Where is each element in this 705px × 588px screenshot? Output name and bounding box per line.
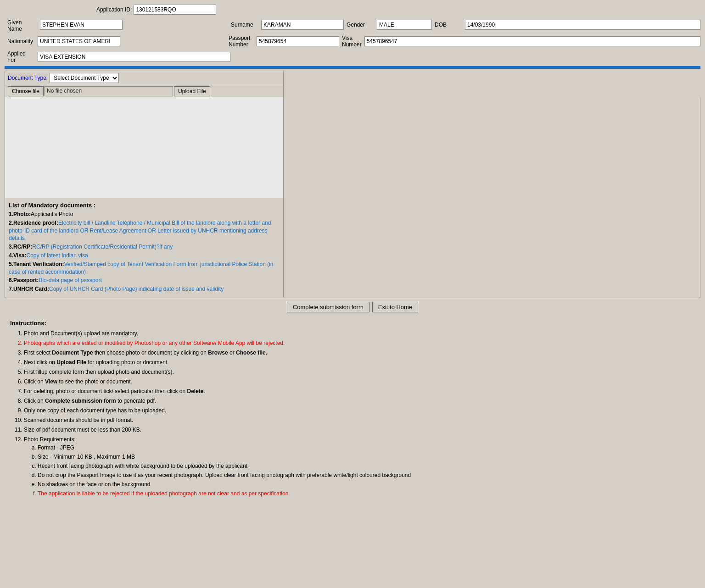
visa-number-label: Visa xyxy=(342,35,352,41)
instructions-heading: Instructions: xyxy=(10,320,695,327)
m4-name: Visa: xyxy=(13,252,26,259)
passport-number-input[interactable] xyxy=(257,36,339,46)
nationality-input[interactable] xyxy=(38,36,120,46)
complete-submission-button[interactable]: Complete submission form xyxy=(287,302,369,312)
mandatory-item-7: 7.UNHCR Card:Copy of UNHCR Card (Photo P… xyxy=(9,285,280,293)
instruction-1: Photo and Document(s) upload are mandato… xyxy=(24,329,695,338)
instruction-2: Photographs which are edited or modified… xyxy=(24,339,695,347)
doc-type-label: Document Type: xyxy=(8,75,48,81)
visa-number-label2: Number xyxy=(342,41,362,48)
given-name-label: Given Name xyxy=(7,17,37,32)
top-form: Application ID: Given Name Surname Gende… xyxy=(5,5,700,63)
mandatory-list-heading: List of Mandatory documents : xyxy=(9,202,280,209)
m2-name: Residence proof: xyxy=(13,220,58,226)
app-id-input[interactable] xyxy=(134,5,216,15)
instruction-6: Click on View to see the photo or docume… xyxy=(24,377,695,386)
photo-req-b: Size - Minimum 10 KB , Maximum 1 MB xyxy=(38,453,695,461)
photo-req-a: Format - JPEG xyxy=(38,444,695,452)
blue-separator xyxy=(5,66,700,69)
dob-input[interactable] xyxy=(465,20,700,30)
photo-req-c: Recent front facing photograph with whit… xyxy=(38,462,695,470)
main-container: Application ID: Given Name Surname Gende… xyxy=(0,0,705,507)
applied-for-label1: Applied xyxy=(7,50,35,57)
photo-req-e: No shadows on the face or on the backgro… xyxy=(38,480,695,488)
choose-file-button[interactable]: Choose file xyxy=(8,86,44,96)
dob-label: DOB xyxy=(435,22,462,28)
m7-detail: Copy of UNHCR Card (Photo Page) indicati… xyxy=(49,286,224,292)
app-id-row: Application ID: xyxy=(5,5,700,15)
mandatory-item-1: 1.Photo:Applicant's Photo xyxy=(9,211,280,218)
app-id-label: Application ID: xyxy=(96,6,132,13)
m6-name: Passport: xyxy=(13,277,39,283)
instruction-9: Only one copy of each document type has … xyxy=(24,406,695,415)
doc-type-select[interactable]: Select Document Type Photo Residence Pro… xyxy=(50,73,119,83)
m3-detail: RC/RP (Registration Certificate/Resident… xyxy=(32,244,173,250)
instruction-11: Size of pdf document must be less than 2… xyxy=(24,426,695,434)
mandatory-item-2: 2.Residence proof:Electricity bill / Lan… xyxy=(9,219,280,242)
gender-label: Gender xyxy=(347,22,374,28)
m6-detail: Bio-data page of passport xyxy=(39,277,101,283)
given-name-input[interactable] xyxy=(40,20,123,30)
instructions-list: Photo and Document(s) upload are mandato… xyxy=(10,329,695,498)
photo-req-d: Do not crop the Passport Image to use it… xyxy=(38,471,695,479)
instruction-5: First fillup complete form then upload p… xyxy=(24,368,695,376)
buttons-row: Complete submission form Exit to Home xyxy=(5,298,700,316)
upload-section: Document Type: Select Document Type Phot… xyxy=(5,71,284,97)
nationality-label: Nationality xyxy=(7,38,35,44)
mandatory-item-6: 6.Passport:Bio-data page of passport xyxy=(9,277,280,284)
photo-req-f: The application is liable to be rejected… xyxy=(38,489,695,498)
m7-name: UNHCR Card: xyxy=(13,286,49,292)
mandatory-item-3: 3.RC/RP:RC/RP (Registration Certificate/… xyxy=(9,243,280,251)
instruction-8: Click on Complete submission form to gen… xyxy=(24,397,695,405)
mandatory-item-5: 5.Tenant Verification:Verified/Stamped c… xyxy=(9,261,280,276)
exit-to-home-button[interactable]: Exit to Home xyxy=(372,302,418,312)
surname-input[interactable] xyxy=(261,20,344,30)
content-area: List of Mandatory documents : 1.Photo:Ap… xyxy=(5,97,700,298)
right-panel xyxy=(284,97,700,298)
m3-name: RC/RP: xyxy=(13,244,32,250)
m4-detail: Copy of latest Indian visa xyxy=(26,252,88,259)
instruction-3: First select Document Type then choose p… xyxy=(24,349,695,357)
file-row: Choose file No file chosen Upload File xyxy=(5,85,283,97)
document-preview-area xyxy=(5,97,283,198)
upload-file-button[interactable]: Upload File xyxy=(174,86,210,96)
gender-input[interactable] xyxy=(377,20,432,30)
m5-name: Tenant Verification: xyxy=(13,261,64,267)
instruction-4: Next click on Upload File for uploading … xyxy=(24,358,695,366)
instruction-10: Scanned documents should be in pdf forma… xyxy=(24,416,695,424)
photo-requirements-list: Format - JPEG Size - Minimum 10 KB , Max… xyxy=(24,444,695,498)
doc-type-row: Document Type: Select Document Type Phot… xyxy=(5,71,283,85)
instruction-7: For deleting, photo or document tick/ se… xyxy=(24,387,695,395)
file-name-display: No file chosen xyxy=(45,86,173,96)
instructions-section: Instructions: Photo and Document(s) uplo… xyxy=(5,316,700,503)
instruction-12: Photo Requirements: Format - JPEG Size -… xyxy=(24,435,695,498)
mandatory-item-4: 4.Visa:Copy of latest Indian visa xyxy=(9,252,280,260)
m1-detail: Applicant's Photo xyxy=(31,211,73,217)
passport-number-label: Passport xyxy=(229,35,250,41)
passport-number-label2: Number xyxy=(229,41,248,48)
applied-for-label2: For xyxy=(7,57,35,63)
visa-number-input[interactable] xyxy=(364,36,700,46)
surname-label: Surname xyxy=(231,22,258,28)
left-panel: List of Mandatory documents : 1.Photo:Ap… xyxy=(5,97,284,298)
m1-name: Photo: xyxy=(13,211,31,217)
applied-for-input[interactable] xyxy=(38,52,230,62)
mandatory-list: List of Mandatory documents : 1.Photo:Ap… xyxy=(5,198,283,298)
